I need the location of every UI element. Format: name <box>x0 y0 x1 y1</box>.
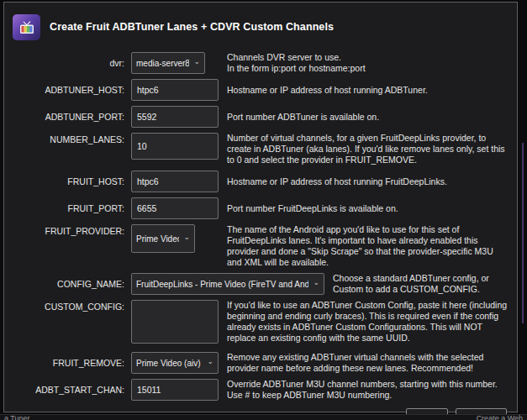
field-row-custom-config: CUSTOM_CONFIG: If you'd like to use an A… <box>13 300 509 347</box>
config-name-description: Choose a standard ADBTuner config, or Cu… <box>333 273 509 295</box>
config-name-label: CONFIG_NAME: <box>13 279 124 290</box>
adbtuner-host-label: ADBTUNER_HOST: <box>13 85 124 96</box>
adbtuner-port-description: Port number ADBTuner is available on. <box>227 112 509 123</box>
fruit-provider-select-value: Prime Video <box>136 234 179 244</box>
number-lanes-label: NUMBER_LANES: <box>13 133 124 145</box>
fruit-provider-select[interactable]: Prime Video ⌄ <box>131 224 195 253</box>
dialog-title: Create Fruit ADBTuner Lanes + CDVR Custo… <box>50 21 334 33</box>
number-lanes-description: Number of virtual channels, for a given … <box>227 133 509 165</box>
dvr-label: dvr: <box>13 58 124 69</box>
fruit-remove-description: Remove any existing ADBTuner virtual cha… <box>227 352 509 374</box>
field-row-config-name: CONFIG_NAME: FruitDeepLinks - Prime Vide… <box>13 273 509 295</box>
field-row-adbt-start-chan: ADBT_START_CHAN: Override ADBTuner M3U c… <box>13 379 509 401</box>
background-text-fragment-left: a Tuner <box>4 415 30 420</box>
fruit-remove-select-value: Prime Video (aiv) <box>136 359 201 368</box>
config-name-select[interactable]: FruitDeepLinks - Prime Video (FireTV and… <box>131 273 324 295</box>
field-row-adbtuner-port: ADBTUNER_PORT: Port number ADBTuner is a… <box>13 106 509 128</box>
field-row-fruit-remove: FRUIT_REMOVE: Prime Video (aiv) ⌄ Remove… <box>13 352 509 374</box>
fruit-port-input[interactable] <box>131 197 219 219</box>
adbtuner-host-input[interactable] <box>131 79 219 101</box>
tv-icon <box>18 20 35 34</box>
field-row-fruit-provider: FRUIT_PROVIDER: Prime Video ⌄ The name o… <box>13 224 509 268</box>
fruit-provider-label: FRUIT_PROVIDER: <box>13 224 124 237</box>
fruit-host-input[interactable] <box>131 171 219 192</box>
dialog-header: Create Fruit ADBTuner Lanes + CDVR Custo… <box>13 11 509 43</box>
number-lanes-input[interactable] <box>131 133 219 160</box>
adbt-start-chan-label: ADBT_START_CHAN: <box>13 385 124 396</box>
field-row-fruit-host: FRUIT_HOST: Hostname or IP address of ho… <box>13 171 509 192</box>
custom-config-textarea[interactable] <box>131 300 219 344</box>
fruit-provider-description: The name of the Android app you'd like t… <box>227 224 509 268</box>
adbtuner-port-label: ADBTUNER_PORT: <box>13 112 124 123</box>
chevron-down-icon: ⌄ <box>183 233 190 241</box>
custom-config-label: CUSTOM_CONFIG: <box>13 300 124 312</box>
dvr-description: Channels DVR server to use. In the form … <box>227 52 509 74</box>
fruit-port-label: FRUIT_PORT: <box>13 203 124 214</box>
background-text-fragment-right: Create a Web <box>477 415 523 420</box>
adbtuner-host-description: Hostname or IP address of host running A… <box>227 85 509 96</box>
adbtuner-port-input[interactable] <box>131 106 219 128</box>
fruit-host-description: Hostname or IP address of host running F… <box>227 176 509 187</box>
create-lanes-dialog: Create Fruit ADBTuner Lanes + CDVR Custo… <box>3 2 518 412</box>
field-row-adbtuner-host: ADBTUNER_HOST: Hostname or IP address of… <box>13 79 509 101</box>
fruit-host-label: FRUIT_HOST: <box>13 176 124 187</box>
chevron-down-icon: ⌄ <box>313 278 319 286</box>
background-page-strip: a Tuner Create a Web <box>0 414 527 420</box>
dialog-form: dvr: media-server8:8089 ⌄ Channels DVR s… <box>13 52 509 401</box>
custom-config-description: If you'd like to use an ADBTuner Custom … <box>227 300 509 344</box>
field-row-fruit-port: FRUIT_PORT: Port number FruitDeepLinks i… <box>13 197 509 219</box>
fruit-remove-label: FRUIT_REMOVE: <box>13 358 124 369</box>
adbt-start-chan-description: Override ADBTuner M3U channel numbers, s… <box>227 379 509 401</box>
dvr-select-value: media-server8:8089 <box>136 59 189 68</box>
adbt-start-chan-input[interactable] <box>131 379 219 401</box>
background-page-edge-highlight <box>522 143 524 323</box>
field-row-dvr: dvr: media-server8:8089 ⌄ Channels DVR s… <box>13 52 509 74</box>
chevron-down-icon: ⌄ <box>193 57 200 66</box>
fruit-remove-select[interactable]: Prime Video (aiv) ⌄ <box>131 352 219 374</box>
fruit-port-description: Port number FruitDeepLinks is available … <box>227 203 509 214</box>
chevron-down-icon: ⌄ <box>207 357 213 365</box>
config-name-select-value: FruitDeepLinks - Prime Video (FireTV and… <box>136 280 308 289</box>
tv-app-icon <box>13 14 40 40</box>
field-row-number-lanes: NUMBER_LANES: Number of virtual channels… <box>13 133 509 165</box>
dvr-select[interactable]: media-server8:8089 ⌄ <box>131 52 205 74</box>
